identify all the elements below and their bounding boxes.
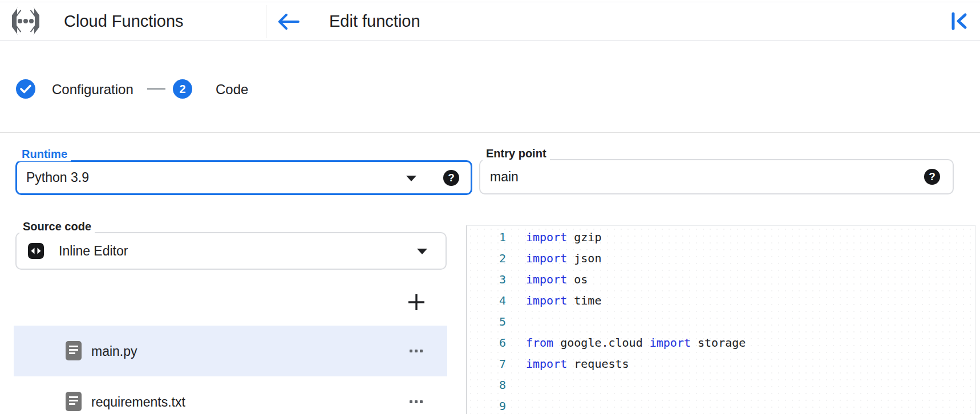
- product-title: Cloud Functions: [64, 11, 184, 31]
- page-title: Edit function: [329, 11, 420, 31]
- code-text: import gzip: [506, 227, 601, 248]
- collapse-panel-icon[interactable]: [949, 12, 970, 30]
- code-text: import os: [506, 269, 588, 290]
- section-divider: [0, 132, 980, 133]
- code-line-6[interactable]: 6from google.cloud import storage: [467, 332, 975, 354]
- more-options-icon[interactable]: [410, 348, 427, 354]
- code-editor[interactable]: 1import gzip2import json3import os4impor…: [466, 225, 975, 414]
- code-text: import time: [506, 290, 601, 311]
- step-configuration-label[interactable]: Configuration: [52, 81, 133, 98]
- entry-point-label: Entry point: [483, 146, 550, 161]
- file-row-main.py[interactable]: main.py: [14, 326, 447, 376]
- line-number: 5: [467, 311, 506, 332]
- line-number: 1: [467, 227, 506, 248]
- line-number: 6: [467, 332, 506, 354]
- source-code-value: Inline Editor: [59, 243, 128, 259]
- check-icon: [20, 84, 31, 94]
- source-code-select[interactable]: Inline Editor: [15, 232, 447, 270]
- line-number: 8: [467, 375, 506, 396]
- line-number: 2: [467, 248, 506, 269]
- code-line-8[interactable]: 8: [467, 375, 975, 396]
- file-name: main.py: [91, 343, 137, 359]
- code-text: [506, 396, 526, 414]
- step-connector: [147, 88, 165, 90]
- runtime-help-icon[interactable]: ?: [443, 170, 459, 186]
- code-text: import requests: [506, 354, 629, 375]
- runtime-select[interactable]: Python 3.9 ?: [15, 160, 472, 195]
- line-number: 9: [467, 396, 506, 414]
- cloud-functions-logo: [10, 7, 41, 35]
- entry-point-input[interactable]: main ?: [479, 159, 954, 194]
- file-list: main.pyrequirements.txt: [14, 326, 447, 414]
- add-file-icon[interactable]: [406, 291, 427, 313]
- code-line-5[interactable]: 5: [467, 311, 975, 332]
- code-line-2[interactable]: 2import json: [467, 248, 975, 269]
- edit-function-page: Cloud Functions Edit function Configurat…: [0, 0, 980, 414]
- code-text: from google.cloud import storage: [506, 332, 746, 354]
- code-line-1[interactable]: 1import gzip: [467, 227, 975, 248]
- runtime-value: Python 3.9: [26, 170, 89, 185]
- step-configuration-indicator[interactable]: [16, 79, 35, 99]
- code-line-3[interactable]: 3import os: [467, 269, 975, 290]
- step-code-indicator[interactable]: 2: [173, 79, 192, 99]
- step-code-label[interactable]: Code: [216, 81, 248, 98]
- inline-editor-icon: [28, 243, 44, 259]
- file-document-icon: [66, 392, 82, 413]
- chevron-down-icon: [406, 176, 416, 181]
- code-line-7[interactable]: 7import requests: [467, 354, 975, 375]
- chevron-down-icon: [417, 249, 427, 254]
- arrow-back-icon[interactable]: [276, 12, 300, 31]
- source-code-label: Source code: [19, 219, 95, 234]
- code-text: [506, 375, 526, 396]
- file-document-icon: [66, 341, 82, 363]
- line-number: 7: [467, 354, 506, 375]
- code-line-9[interactable]: 9: [467, 396, 975, 414]
- entry-point-value: main: [490, 169, 519, 185]
- file-row-requirements.txt[interactable]: requirements.txt: [14, 376, 447, 414]
- header: Cloud Functions Edit function: [0, 2, 980, 41]
- code-text: import json: [506, 248, 601, 269]
- line-number: 4: [467, 290, 506, 311]
- file-name: requirements.txt: [91, 394, 185, 410]
- line-number: 3: [467, 269, 506, 290]
- runtime-label: Runtime: [18, 147, 71, 161]
- more-options-icon[interactable]: [410, 399, 427, 404]
- code-line-4[interactable]: 4import time: [467, 290, 975, 311]
- header-divider: [266, 5, 266, 38]
- entry-point-help-icon[interactable]: ?: [924, 169, 940, 185]
- editor-scrollbar-track[interactable]: [975, 225, 975, 414]
- code-text: [506, 311, 526, 332]
